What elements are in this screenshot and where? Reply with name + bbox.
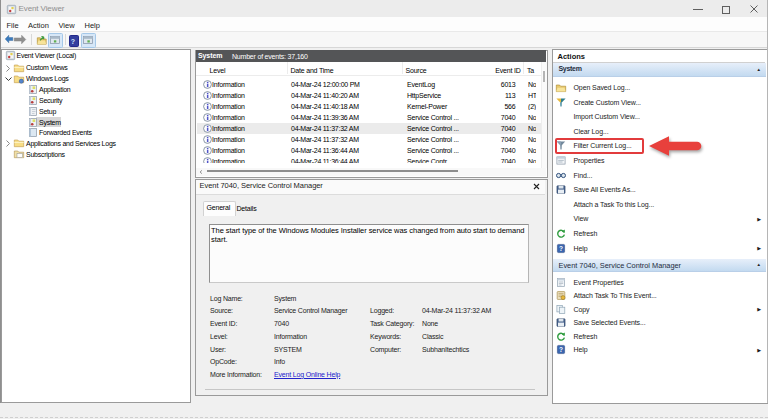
svg-text:?: ? [559, 346, 563, 353]
svg-text:?: ? [559, 244, 563, 251]
